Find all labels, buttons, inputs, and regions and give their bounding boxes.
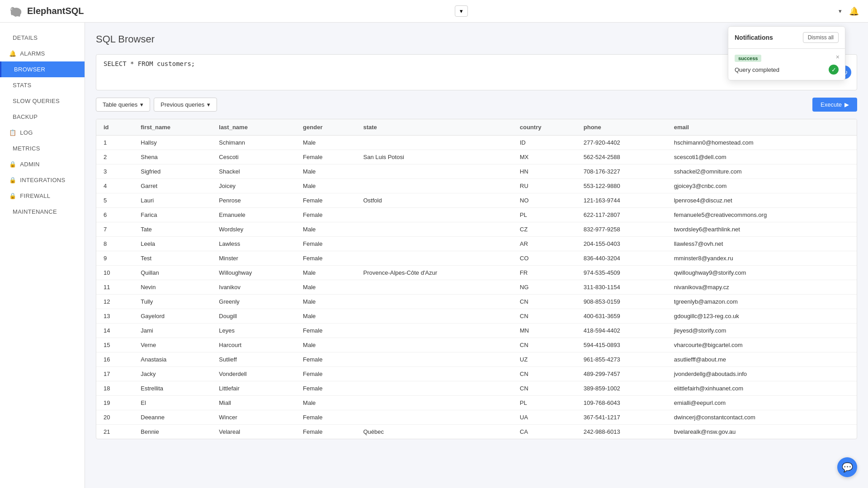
- sidebar-item-firewall[interactable]: 🔒 FIREWALL: [0, 188, 85, 204]
- table-row: 11NevinIvanikovMaleNG311-830-1154nivanik…: [96, 280, 857, 295]
- cell-last_name: Littlefair: [212, 381, 296, 396]
- cell-last_name: Wordsley: [212, 222, 296, 237]
- cell-gender: Female: [296, 208, 356, 222]
- cell-gender: Female: [296, 237, 356, 251]
- cell-email: tgreenlyb@amazon.com: [667, 295, 857, 309]
- notification-text: Query completed: [735, 66, 779, 73]
- cell-email: hschimann0@homestead.com: [667, 136, 857, 150]
- cell-gender: Male: [296, 338, 356, 352]
- sidebar-item-integrations[interactable]: 🔒 INTEGRATIONS: [0, 172, 85, 188]
- toolbar-left: Table queries ▾ Previous queries ▾: [96, 98, 217, 112]
- cell-country: FR: [513, 266, 576, 280]
- chat-button[interactable]: 💬: [837, 457, 857, 477]
- sidebar-item-details[interactable]: DETAILS: [0, 30, 85, 46]
- cell-last_name: Shackel: [212, 164, 296, 179]
- cell-email: emialli@eepurl.com: [667, 396, 857, 410]
- cell-gender: Male: [296, 266, 356, 280]
- sidebar-item-stats[interactable]: STATS: [0, 77, 85, 93]
- col-email: email: [667, 119, 857, 136]
- cell-id: 8: [96, 237, 133, 251]
- cell-email: dwincerj@constantcontact.com: [667, 410, 857, 425]
- cell-email: mminster8@yandex.ru: [667, 251, 857, 266]
- cell-gender: Male: [296, 295, 356, 309]
- cell-state: [356, 338, 512, 352]
- admin-lock-icon: 🔒: [9, 161, 16, 168]
- cell-id: 20: [96, 410, 133, 425]
- notification-title: Notifications: [735, 34, 773, 41]
- dismiss-all-button[interactable]: Dismiss all: [803, 32, 839, 43]
- cell-id: 17: [96, 367, 133, 381]
- sidebar-item-metrics[interactable]: METRICS: [0, 141, 85, 156]
- previous-queries-label: Previous queries: [160, 101, 204, 108]
- sidebar-label-browser: BROWSER: [14, 66, 45, 73]
- cell-state: San Luis Potosi: [356, 150, 512, 164]
- app-header: ElephantSQL ▾ ▾ 🔔: [0, 0, 868, 23]
- cell-country: NO: [513, 193, 576, 208]
- cell-id: 9: [96, 251, 133, 266]
- sidebar-item-alarms[interactable]: 🔔 ALARMS: [0, 46, 85, 61]
- cell-state: [356, 208, 512, 222]
- cell-first_name: Deeanne: [133, 410, 212, 425]
- col-state: state: [356, 119, 512, 136]
- execute-button[interactable]: Execute ▶: [812, 98, 857, 112]
- cell-country: AR: [513, 237, 576, 251]
- sidebar-item-browser[interactable]: BROWSER: [0, 61, 85, 77]
- cell-phone: 553-122-9880: [576, 179, 667, 193]
- cell-last_name: Vonderdell: [212, 367, 296, 381]
- table-row: 16AnastasiaSutlieffFemaleUZ961-855-4273a…: [96, 352, 857, 367]
- cell-country: CN: [513, 295, 576, 309]
- cell-id: 19: [96, 396, 133, 410]
- sidebar-item-backup[interactable]: BACKUP: [0, 109, 85, 125]
- user-menu[interactable]: ▾: [839, 8, 842, 14]
- cell-phone: 121-163-9744: [576, 193, 667, 208]
- cell-phone: 489-299-7457: [576, 367, 667, 381]
- sidebar-item-maintenance[interactable]: MAINTENANCE: [0, 204, 85, 220]
- cell-state: Provence-Alpes-Côte d'Azur: [356, 266, 512, 280]
- cell-email: asutliefff@about.me: [667, 352, 857, 367]
- cell-last_name: Harcourt: [212, 338, 296, 352]
- cell-id: 7: [96, 222, 133, 237]
- cell-first_name: Nevin: [133, 280, 212, 295]
- cell-first_name: Test: [133, 251, 212, 266]
- cell-id: 5: [96, 193, 133, 208]
- sidebar-item-log[interactable]: 📋 LOG: [0, 125, 85, 141]
- sidebar-label-log: LOG: [20, 129, 33, 136]
- cell-phone: 708-176-3227: [576, 164, 667, 179]
- table-row: 15VerneHarcourtMaleCN594-415-0893vharcou…: [96, 338, 857, 352]
- cell-gender: Female: [296, 150, 356, 164]
- sidebar-item-slow-queries[interactable]: SLOW QUERIES: [0, 93, 85, 109]
- cell-gender: Female: [296, 352, 356, 367]
- cell-last_name: Leyes: [212, 324, 296, 338]
- cell-gender: Male: [296, 309, 356, 324]
- sidebar-label-alarms: ALARMS: [20, 50, 45, 57]
- sidebar: DETAILS 🔔 ALARMS BROWSER STATS SLOW QUER…: [0, 23, 85, 488]
- svg-point-6: [14, 13, 17, 17]
- cell-last_name: Velareal: [212, 425, 296, 439]
- cell-phone: 311-830-1154: [576, 280, 667, 295]
- cell-first_name: Anastasia: [133, 352, 212, 367]
- cell-last_name: Minster: [212, 251, 296, 266]
- cell-state: [356, 164, 512, 179]
- sidebar-item-admin[interactable]: 🔒 ADMIN: [0, 156, 85, 172]
- previous-queries-button[interactable]: Previous queries ▾: [154, 98, 217, 112]
- table-row: 14JamiLeyesFemaleMN418-594-4402jleyesd@s…: [96, 324, 857, 338]
- cell-first_name: Bennie: [133, 425, 212, 439]
- sidebar-label-details: DETAILS: [13, 34, 38, 41]
- cell-last_name: Dougill: [212, 309, 296, 324]
- notification-close-button[interactable]: ×: [836, 53, 840, 61]
- table-row: 3SigfriedShackelMaleHN708-176-3227sshack…: [96, 164, 857, 179]
- table-row: 5LauriPenroseFemaleOstfoldNO121-163-9744…: [96, 193, 857, 208]
- app-layout: DETAILS 🔔 ALARMS BROWSER STATS SLOW QUER…: [0, 23, 868, 488]
- instance-selector[interactable]: ▾: [455, 5, 468, 17]
- table-queries-button[interactable]: Table queries ▾: [96, 98, 150, 112]
- col-id: id: [96, 119, 133, 136]
- sidebar-label-stats: STATS: [13, 82, 31, 89]
- cell-email: qwilloughway9@storify.com: [667, 266, 857, 280]
- cell-phone: 836-440-3204: [576, 251, 667, 266]
- main-content: SQL Browser SELECT * FROM customers; ↻ T…: [85, 23, 868, 488]
- col-last-name: last_name: [212, 119, 296, 136]
- cell-country: CA: [513, 425, 576, 439]
- cell-phone: 908-853-0159: [576, 295, 667, 309]
- cell-phone: 277-920-4402: [576, 136, 667, 150]
- notification-bell-icon[interactable]: 🔔: [849, 6, 859, 16]
